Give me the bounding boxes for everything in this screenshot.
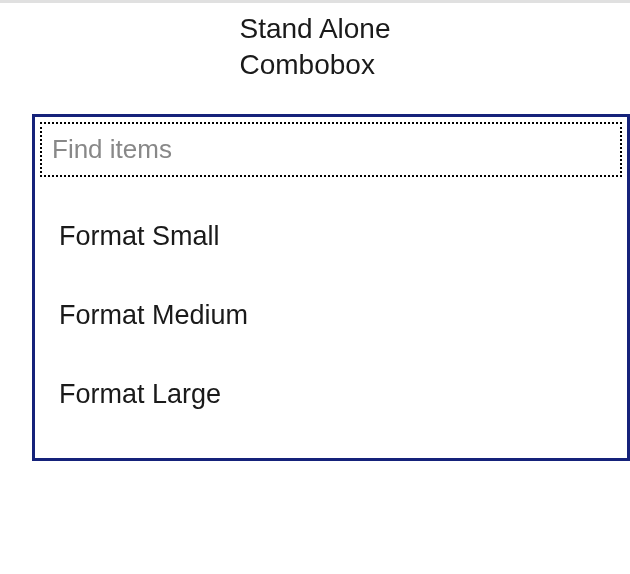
option-format-small[interactable]: Format Small [35,197,627,276]
page-title: Stand Alone Combobox [239,11,390,84]
combobox[interactable]: Format Small Format Medium Format Large [32,114,630,461]
title-line-2: Combobox [239,49,374,80]
title-line-1: Stand Alone [239,13,390,44]
options-list: Format Small Format Medium Format Large [35,177,627,458]
title-container: Stand Alone Combobox [0,3,630,114]
search-input[interactable] [40,122,622,177]
option-format-large[interactable]: Format Large [35,355,627,434]
search-wrapper [35,117,627,177]
option-format-medium[interactable]: Format Medium [35,276,627,355]
